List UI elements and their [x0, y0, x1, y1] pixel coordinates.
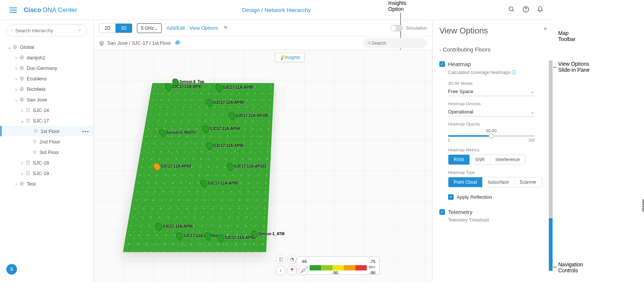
refresh-icon[interactable]	[175, 40, 180, 46]
telemetry-subtitle: Telemetry Threshold	[448, 217, 546, 223]
tree-node-2nd-floor[interactable]: 2nd Floor	[0, 136, 93, 147]
tree-node-3rd-floor[interactable]: 3rd Floor	[0, 147, 93, 157]
tree-node-1st-floor[interactable]: 1st Floor•••	[0, 126, 93, 136]
metric-interference[interactable]: Interference	[490, 155, 525, 165]
search-icon	[368, 41, 372, 45]
expand-collapse-fab[interactable]: ⇅	[6, 264, 17, 275]
main-area: 2D 3D 5 GHz Add/Edit View Options Simula…	[94, 20, 432, 282]
location-bar: San Jose / SJC-17 / 1st Floor	[94, 36, 432, 50]
svg-point-7	[11, 30, 12, 31]
ap-marker[interactable]: SJC17-11A-AP94	[203, 125, 240, 133]
panel-title: View Options	[439, 26, 546, 36]
contributing-floors-section[interactable]: Contributing Floors	[439, 42, 546, 56]
type-pointcloud[interactable]: Point Cloud	[448, 177, 483, 187]
tree-node-doc-germany[interactable]: ›Doc-Germany	[0, 63, 93, 73]
scrollbar-thumb[interactable]	[549, 218, 553, 271]
image-id: 464498	[641, 199, 644, 211]
ap-marker[interactable]: SJC17-11A-AP92	[218, 234, 255, 242]
simulation-label: Simulation	[406, 26, 427, 31]
metric-snr[interactable]: SNR	[470, 155, 490, 165]
metric-rssi[interactable]: RSSI	[448, 155, 470, 165]
opacity-slider[interactable]: 50.00 0100	[448, 128, 535, 142]
tree-node-sjc-18[interactable]: ›SJC-18	[0, 157, 93, 168]
brand: Cisco DNA Center	[24, 6, 77, 14]
rfmodel-select[interactable]: Free Space	[448, 87, 535, 96]
reflection-label: Apply Reflection	[457, 194, 492, 200]
type-scanner[interactable]: Scanner	[514, 177, 542, 187]
insights-button[interactable]: 💡Insights	[275, 53, 304, 62]
breadcrumb[interactable]: Design / Network Hierarchy	[242, 7, 311, 13]
view-mode-toggle[interactable]: 2D 3D	[99, 23, 132, 33]
close-icon[interactable]: ✕	[543, 26, 547, 32]
type-isosurface[interactable]: Isosurface	[483, 177, 514, 187]
tree-node-sjc-17[interactable]: ⌄SJC-17	[0, 115, 93, 126]
nav-cube-icon[interactable]: ◫	[276, 254, 286, 264]
nav-pin-icon[interactable]: 📍	[287, 266, 297, 275]
map-search-input[interactable]	[372, 41, 422, 46]
ap-marker[interactable]: Sensor-1_ATM	[252, 230, 284, 238]
menu-icon[interactable]	[9, 8, 17, 13]
view-options-panel: ✕ View Options Contributing Floors ✓Heat…	[432, 20, 553, 282]
map-search[interactable]	[363, 38, 427, 48]
tree-node-san-jose[interactable]: ⌄San Jose	[0, 94, 93, 105]
svg-line-22	[370, 44, 371, 44]
svg-rect-18	[26, 172, 29, 175]
search-icon[interactable]	[508, 6, 515, 14]
ap-marker[interactable]: SJC17-11A-AP99	[216, 84, 253, 91]
settings-icon[interactable]	[223, 25, 228, 31]
nav-pie-icon[interactable]: ◔	[287, 254, 297, 264]
svg-point-6	[526, 11, 526, 11]
view-3d[interactable]: 3D	[115, 24, 132, 33]
location-path[interactable]: San Jose / SJC-17 / 1st Floor	[107, 40, 171, 46]
tree-node-ecublens[interactable]: ›Ecublens	[0, 73, 93, 84]
nav-left-icon[interactable]: ‹	[276, 266, 286, 275]
rfmodel-label: 3D RF Model	[448, 81, 546, 86]
tree-node-global[interactable]: ⌄Global	[0, 42, 93, 52]
tree-node-richfield[interactable]: ›Richfield	[0, 84, 93, 94]
map-canvas[interactable]: Sensor-6_TopSJC17-11A-AP97SJC17-11A-AP99…	[94, 50, 432, 282]
svg-rect-16	[26, 119, 29, 122]
ap-marker[interactable]: SJC17-11A-AP97	[165, 83, 202, 91]
view-options-link[interactable]: View Options	[190, 25, 218, 31]
reflection-checkbox[interactable]: ✓	[448, 194, 454, 200]
ap-marker[interactable]: SJC17-11A-AP95	[201, 180, 238, 187]
metrics-buttons: RSSI SNR Interference	[448, 154, 526, 165]
devices-label: Heatmap Devices	[448, 101, 546, 106]
tree-node-danijoh2[interactable]: ›danijoh2	[0, 52, 93, 63]
map-toolbar: 2D 3D 5 GHz Add/Edit View Options Simula…	[94, 20, 432, 36]
devices-select[interactable]: Operational	[448, 107, 535, 116]
nav-zoom-out-icon[interactable]: 🔎	[298, 266, 308, 275]
filter-icon[interactable]	[79, 28, 81, 33]
heatmap-checkbox[interactable]: ✓	[439, 61, 445, 67]
ap-marker[interactable]: Sensor-5_MidTV	[159, 129, 196, 136]
bell-icon[interactable]	[537, 6, 544, 14]
ap-marker[interactable]: SJC17-11A-AP96	[207, 142, 244, 149]
annotation-panel: View Options Slide-in Pane	[558, 61, 589, 73]
app-header: Cisco DNA Center Design / Network Hierar…	[0, 0, 553, 20]
toggle-switch[interactable]	[390, 25, 403, 32]
annotation-toolbar: Map Toolbar	[558, 30, 576, 42]
help-icon[interactable]	[522, 6, 529, 14]
svg-rect-17	[26, 161, 29, 165]
heatmap-label: Heatmap	[448, 61, 471, 67]
ap-marker[interactable]: SJC17-12A-AP98	[207, 99, 244, 106]
rssi-legend: -65-75 dBm dBm -90-90	[297, 257, 380, 275]
tree-node-sjc-19[interactable]: ›SJC-19	[0, 168, 93, 178]
hierarchy-sidebar: ⌄Global›danijoh2›Doc-Germany›Ecublens›Ri…	[0, 20, 94, 282]
ap-marker[interactable]: SJC17-11A-AP93	[154, 163, 191, 170]
add-edit-link[interactable]: Add/Edit	[166, 25, 185, 31]
ap-marker[interactable]: SJC17-11A-AP101	[227, 163, 266, 170]
ap-marker[interactable]: SJC17-11A-AP90	[156, 223, 193, 230]
simulation-toggle[interactable]: Simulation	[390, 25, 427, 32]
tree-node-test[interactable]: ›Test	[0, 178, 93, 189]
tree-node-sjc-14[interactable]: ›SJC-14	[0, 105, 93, 115]
ap-marker[interactable]: Sen	[205, 232, 218, 240]
ap-marker[interactable]: SJC17-11A-AP100	[229, 112, 268, 119]
type-label: Heatmap Type	[448, 170, 546, 175]
search-input[interactable]	[15, 28, 79, 33]
search-hierarchy[interactable]	[6, 24, 87, 36]
frequency-select[interactable]: 5 GHz	[137, 23, 162, 33]
telemetry-checkbox[interactable]: ✓	[439, 209, 445, 215]
opacity-label: Heatmap Opacity	[448, 122, 546, 126]
view-2d[interactable]: 2D	[99, 24, 115, 33]
